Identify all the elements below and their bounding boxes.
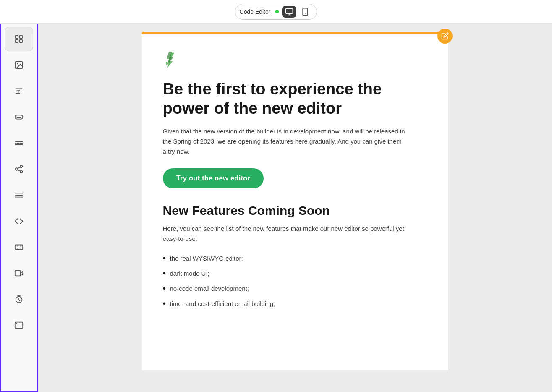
features-list: the real WYSIWYG editor; dark mode UI; n…	[163, 251, 427, 311]
sidebar-item-button[interactable]	[5, 105, 33, 129]
sidebar-item-divider[interactable]	[5, 131, 33, 155]
sidebar-item-menu[interactable]	[5, 183, 33, 207]
svg-rect-8	[20, 40, 22, 42]
svg-rect-7	[16, 40, 18, 42]
canvas-area: Be the first to experience the power of …	[38, 24, 552, 392]
canvas-edit-button[interactable]	[437, 29, 453, 44]
timer-icon	[14, 295, 24, 304]
svg-point-18	[16, 168, 18, 170]
monitor-icon	[285, 8, 293, 16]
menu-icon	[14, 191, 24, 200]
features-intro: Here, you can see the list of the new fe…	[163, 224, 406, 244]
code-icon	[14, 217, 24, 226]
video-icon	[14, 269, 24, 278]
coupon-icon	[14, 243, 24, 252]
svg-text:T: T	[17, 89, 20, 95]
list-item: no-code email development;	[163, 281, 427, 296]
svg-point-4	[305, 13, 306, 14]
canvas-frame: Be the first to experience the power of …	[142, 32, 448, 384]
grid-icon	[14, 34, 24, 44]
svg-point-32	[18, 323, 18, 324]
brand-logo	[163, 51, 427, 70]
banner-icon	[14, 321, 24, 330]
image-icon	[14, 60, 24, 70]
list-item: time- and cost-efficient email building;	[163, 296, 427, 311]
mobile-icon	[301, 8, 309, 16]
sidebar-item-video[interactable]	[5, 261, 33, 285]
mobile-view-button[interactable]	[298, 6, 312, 18]
svg-point-31	[16, 323, 17, 324]
sidebar: T	[0, 24, 38, 392]
code-editor-label: Code Editor	[240, 8, 271, 15]
divider-icon	[14, 139, 24, 148]
cta-button[interactable]: Try out the new editor	[163, 168, 264, 188]
sidebar-item-social[interactable]	[5, 157, 33, 181]
topbar: Code Editor	[0, 0, 552, 24]
svg-line-21	[18, 167, 20, 169]
svg-line-20	[18, 170, 20, 171]
svg-rect-6	[20, 36, 22, 38]
main-layout: T	[0, 24, 552, 392]
svg-point-19	[20, 171, 23, 173]
sidebar-item-coupon[interactable]	[5, 235, 33, 259]
section-heading: New Features Coming Soon	[163, 204, 427, 218]
brand-logo-icon	[163, 51, 176, 68]
svg-point-17	[20, 165, 23, 168]
active-indicator	[275, 10, 279, 13]
svg-rect-25	[15, 245, 23, 250]
edit-icon	[441, 32, 449, 40]
share-icon	[14, 165, 24, 174]
list-item: the real WYSIWYG editor;	[163, 251, 427, 266]
svg-rect-26	[15, 271, 21, 276]
sidebar-item-banner[interactable]	[5, 313, 33, 337]
sidebar-item-image[interactable]	[5, 53, 33, 77]
sidebar-item-timer[interactable]	[5, 287, 33, 311]
svg-rect-29	[15, 322, 23, 329]
list-item: dark mode UI;	[163, 266, 427, 281]
main-heading: Be the first to experience the power of …	[163, 80, 406, 118]
sidebar-item-blocks[interactable]	[5, 27, 33, 51]
button-icon	[14, 112, 24, 122]
desktop-view-button[interactable]	[282, 6, 296, 18]
svg-rect-3	[303, 8, 308, 15]
sidebar-item-text[interactable]: T	[5, 79, 33, 103]
body-text: Given that the new version of the builde…	[163, 126, 406, 157]
svg-point-10	[17, 63, 18, 64]
sidebar-item-code[interactable]	[5, 209, 33, 233]
canvas-content: Be the first to experience the power of …	[142, 34, 448, 370]
view-controls: Code Editor	[235, 4, 317, 20]
svg-rect-0	[286, 8, 293, 13]
text-icon: T	[14, 86, 24, 96]
svg-rect-5	[16, 36, 18, 38]
